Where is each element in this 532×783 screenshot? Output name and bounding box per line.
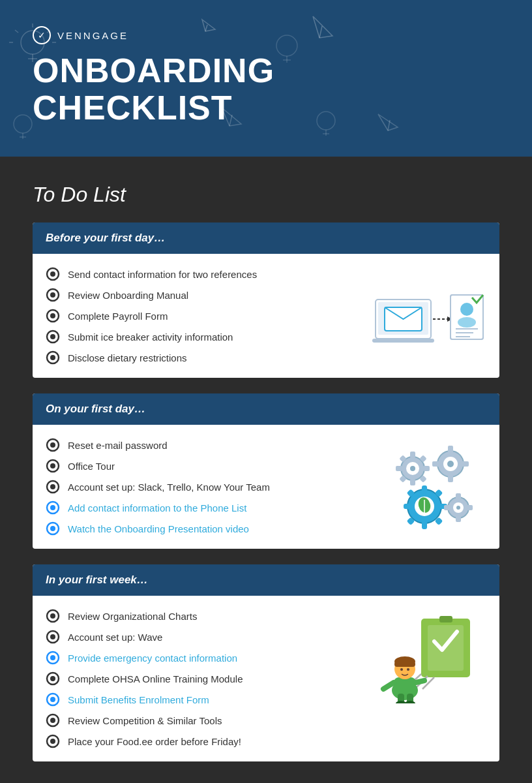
list-item: Review Onboarding Manual: [46, 288, 369, 302]
svg-point-30: [50, 313, 55, 318]
svg-rect-92: [456, 515, 461, 522]
before-first-day-header: Before your first day…: [33, 223, 499, 254]
logo-row: ✓ VENNGAGE: [33, 26, 499, 44]
list-item: Place your Food.ee order before Friday!: [46, 734, 369, 748]
svg-rect-74: [432, 461, 440, 467]
radio-icon: [46, 671, 60, 686]
list-item: Office Tour: [46, 459, 369, 473]
svg-rect-111: [439, 616, 452, 622]
svg-point-100: [50, 655, 55, 660]
svg-rect-63: [396, 466, 402, 471]
list-item: Add contact information to the Phone Lis…: [46, 500, 369, 515]
svg-point-26: [50, 271, 55, 277]
svg-line-118: [416, 681, 424, 683]
radio-icon: [46, 267, 60, 281]
svg-point-28: [50, 292, 55, 298]
svg-point-60: [410, 466, 415, 471]
first-week-body: Review Organizational Charts Account set…: [33, 596, 499, 761]
list-item: Review Organizational Charts: [46, 609, 369, 623]
radio-icon: [46, 734, 60, 748]
svg-rect-91: [456, 493, 461, 500]
svg-point-123: [407, 668, 409, 671]
radio-icon: [46, 713, 60, 728]
svg-rect-75: [461, 461, 469, 467]
list-item: Submit ice breaker activity information: [46, 330, 369, 344]
svg-point-126: [396, 701, 406, 703]
svg-line-4: [15, 30, 18, 33]
on-first-day-card: On your first day… Reset e-mail password…: [33, 393, 499, 549]
on-first-day-body: Reset e-mail password Office Tour Accoun…: [33, 425, 499, 549]
svg-point-96: [50, 613, 55, 619]
list-item: Complete Payroll Form: [46, 309, 369, 323]
svg-point-44: [458, 317, 476, 328]
onboarding-video-link[interactable]: Watch the Onboarding Presentation video: [68, 523, 249, 534]
list-item: Disclose dietary restrictions: [46, 350, 369, 365]
svg-rect-116: [394, 677, 416, 696]
svg-rect-73: [448, 474, 453, 482]
svg-rect-72: [448, 446, 453, 453]
svg-point-90: [456, 506, 460, 510]
before-first-day-body: Send contact information for two referen…: [33, 254, 499, 378]
radio-icon: [46, 330, 60, 344]
header-title: ONBOARDING CHECKLIST: [33, 52, 499, 127]
svg-point-71: [447, 461, 454, 467]
svg-rect-94: [466, 505, 473, 510]
on-first-day-list: Reset e-mail password Office Tour Accoun…: [46, 438, 369, 536]
first-week-card: In your first week… Review Organizationa…: [33, 564, 499, 761]
svg-point-51: [50, 463, 55, 468]
radio-icon: [46, 350, 60, 365]
before-first-day-list: Send contact information for two referen…: [46, 267, 369, 365]
svg-rect-38: [372, 339, 434, 343]
radio-icon: [46, 630, 60, 644]
benefits-form-link[interactable]: Submit Benefits Enrolment Form: [68, 694, 209, 705]
svg-rect-61: [410, 452, 415, 458]
svg-rect-81: [422, 521, 427, 529]
logo-checkmark-icon: ✓: [38, 31, 46, 40]
list-item: Review Competition & Similar Tools: [46, 713, 369, 728]
radio-icon: [46, 609, 60, 623]
radio-icon: [46, 288, 60, 302]
svg-point-106: [50, 718, 55, 723]
list-item: Reset e-mail password: [46, 438, 369, 452]
before-first-day-card: Before your first day… Send contact info…: [33, 223, 499, 378]
radio-icon: [46, 651, 60, 665]
list-item: Watch the Onboarding Presentation video: [46, 521, 369, 536]
svg-point-98: [50, 634, 55, 639]
svg-point-102: [50, 676, 55, 681]
logo-circle: ✓: [33, 26, 51, 44]
list-item: Complete OHSA Online Training Module: [46, 671, 369, 686]
svg-point-108: [50, 739, 55, 744]
logo-text: VENNGAGE: [57, 30, 128, 41]
header-content: ✓ VENNGAGE ONBOARDING CHECKLIST: [33, 26, 499, 127]
first-week-header: In your first week…: [33, 564, 499, 596]
first-week-list: Review Organizational Charts Account set…: [46, 609, 369, 748]
radio-icon: [46, 459, 60, 473]
phone-list-link[interactable]: Add contact information to the Phone Lis…: [68, 502, 246, 514]
emergency-contact-link[interactable]: Provide emergency contact information: [68, 652, 237, 664]
person-illustration: [369, 609, 486, 707]
svg-rect-93: [444, 505, 451, 510]
radio-icon: [46, 309, 60, 323]
svg-point-32: [50, 334, 55, 339]
svg-point-22: [14, 115, 32, 133]
radio-icon: [46, 438, 60, 452]
svg-point-34: [50, 355, 55, 360]
svg-point-49: [50, 442, 55, 448]
section-title: To Do List: [33, 183, 499, 207]
svg-rect-121: [394, 662, 415, 667]
list-item: Provide emergency contact information: [46, 651, 369, 665]
list-item: Account set up: Wave: [46, 630, 369, 644]
radio-icon: [46, 500, 60, 515]
svg-rect-80: [422, 485, 427, 494]
svg-rect-64: [423, 466, 430, 471]
svg-point-53: [50, 484, 55, 489]
radio-icon: [46, 692, 60, 707]
svg-point-104: [50, 697, 55, 702]
list-item: Account set up: Slack, Trello, Know Your…: [46, 480, 369, 494]
svg-point-122: [400, 668, 403, 671]
svg-point-43: [460, 303, 473, 316]
document-illustration: [369, 267, 486, 365]
svg-point-55: [50, 505, 55, 510]
svg-rect-82: [404, 504, 412, 509]
list-item: Submit Benefits Enrolment Form: [46, 692, 369, 707]
